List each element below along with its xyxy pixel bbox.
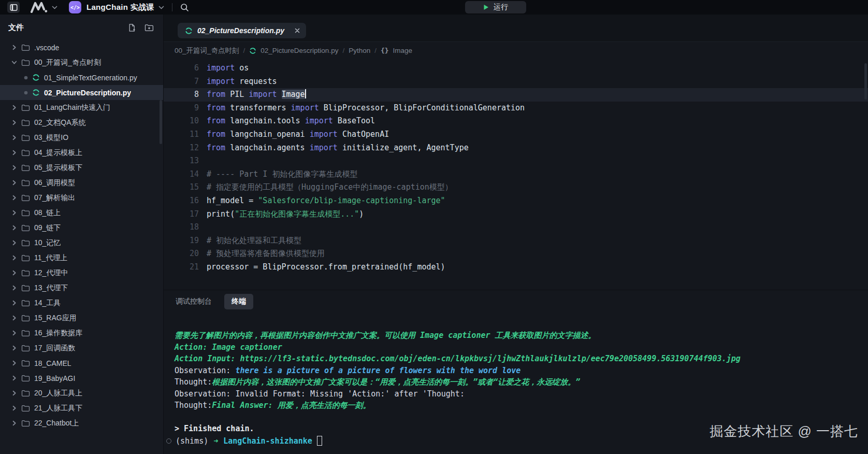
file-tree-item[interactable]: 09_链下 bbox=[0, 220, 163, 235]
search-button[interactable] bbox=[180, 3, 189, 12]
terminal-line: Thought:根据图片内容，这张图的中文推广文案可以是：“用爱，点亮生活的每一… bbox=[175, 376, 868, 388]
file-tree-item[interactable]: 01_SimpleTextGeneration.py bbox=[0, 70, 163, 85]
file-tree-item[interactable]: 02_PictureDescription.py bbox=[0, 85, 163, 100]
panel-tab-debug-console[interactable]: 调试控制台 bbox=[175, 294, 213, 309]
code-line[interactable]: 6import os bbox=[164, 62, 868, 75]
text-cursor bbox=[305, 89, 306, 98]
folder-icon bbox=[21, 119, 30, 126]
project-chevron-button[interactable] bbox=[158, 6, 164, 9]
code-line[interactable]: 17print("正在初始化图像字幕生成模型...") bbox=[164, 208, 868, 221]
chevron-right-icon bbox=[11, 330, 17, 336]
code-line-content: from transformers import BlipProcessor, … bbox=[199, 102, 525, 115]
code-line[interactable]: 18 bbox=[164, 221, 868, 234]
chevron-right-icon bbox=[11, 405, 17, 411]
terminal-line: 需要先了解图片的内容，再根据图片内容创作中文推广文案。可以使用 Image ca… bbox=[175, 330, 868, 342]
file-tree-item-label: 04_提示模板上 bbox=[34, 148, 82, 158]
file-tree-item[interactable]: 20_人脉工具上 bbox=[0, 386, 163, 401]
file-tree-item[interactable]: 05_提示模板下 bbox=[0, 160, 163, 175]
file-tree-item[interactable]: .vscode bbox=[0, 40, 163, 55]
code-line[interactable]: 19# 初始化处理器和工具模型 bbox=[164, 234, 868, 248]
file-tree-item[interactable]: 07_解析输出 bbox=[0, 190, 163, 205]
file-tree-item[interactable]: 10_记忆 bbox=[0, 235, 163, 250]
file-explorer-sidebar: 文件 .vscode00_开篇词_奇点时刻01_SimpleTextGenera… bbox=[0, 15, 163, 454]
folder-icon bbox=[21, 300, 30, 307]
file-tree-item[interactable]: 22_Chatbot上 bbox=[0, 416, 163, 431]
breadcrumb-separator: / bbox=[374, 47, 377, 54]
code-line-content: # ---- Part I 初始化图像字幕生成模型 bbox=[199, 168, 357, 181]
code-line[interactable]: 10from langchain.tools import BaseTool bbox=[164, 115, 868, 128]
breadcrumb-folder[interactable]: 00_开篇词_奇点时刻 bbox=[175, 46, 239, 55]
file-tree-item[interactable]: 04_提示模板上 bbox=[0, 145, 163, 160]
chevron-down-icon bbox=[158, 6, 164, 9]
terminal-line: Thought:Final Answer: 用爱，点亮生活的每一刻。 bbox=[175, 400, 868, 412]
panel-tab-terminal[interactable]: 终端 bbox=[224, 294, 253, 309]
code-line[interactable]: 14# ---- Part I 初始化图像字幕生成模型 bbox=[164, 168, 868, 181]
file-tree-item[interactable]: 17_回调函数 bbox=[0, 340, 163, 356]
explorer-title: 文件 bbox=[8, 23, 24, 33]
code-line-content: import requests bbox=[199, 75, 277, 89]
logo-chevron-button[interactable] bbox=[52, 6, 57, 9]
code-line[interactable]: 15# 指定要使用的工具模型（HuggingFace中的image-captio… bbox=[164, 181, 868, 194]
file-tree-item[interactable]: 11_代理上 bbox=[0, 250, 163, 265]
code-line[interactable]: 9from transformers import BlipProcessor,… bbox=[164, 102, 868, 115]
code-line[interactable]: 20# 预处理器将准备图像供模型使用 bbox=[164, 247, 868, 261]
file-tree-item[interactable]: 08_链上 bbox=[0, 205, 163, 220]
file-tree-item[interactable]: 21_人脉工具下 bbox=[0, 401, 163, 416]
code-line-content bbox=[199, 154, 207, 168]
file-tree-item[interactable]: 03_模型IO bbox=[0, 130, 163, 145]
terminal-line: Action Input: https://lf3-static.bytedns… bbox=[175, 353, 868, 365]
file-tree-item[interactable]: 02_文档QA系统 bbox=[0, 115, 163, 130]
chevron-right-icon bbox=[11, 375, 17, 381]
chevron-right-icon bbox=[11, 255, 17, 261]
code-line-content: from langchain.agents import initialize_… bbox=[199, 141, 469, 155]
sidebar-scrollbar[interactable] bbox=[160, 100, 162, 144]
code-line[interactable]: 13 bbox=[164, 154, 868, 168]
breadcrumb-language[interactable]: Python bbox=[349, 47, 370, 54]
file-tree-item[interactable]: 00_开篇词_奇点时刻 bbox=[0, 55, 163, 70]
project-title: LangChain 实战课 bbox=[86, 3, 154, 12]
breadcrumb-file[interactable]: 02_PictureDescription.py bbox=[261, 47, 338, 54]
file-tree-item-label: 18_CAMEL bbox=[34, 359, 71, 367]
folder-icon bbox=[21, 390, 30, 397]
chevron-right-icon bbox=[11, 225, 17, 231]
file-tree-item[interactable]: 13_代理下 bbox=[0, 280, 163, 295]
code-line[interactable]: 11from langchain_openai import ChatOpenA… bbox=[164, 128, 868, 141]
chevron-right-icon bbox=[11, 420, 17, 426]
code-line[interactable]: 16hf_model = "Salesforce/blip-image-capt… bbox=[164, 194, 868, 208]
code-line[interactable]: 21processor = BlipProcessor.from_pretrai… bbox=[164, 261, 868, 274]
folder-icon bbox=[21, 209, 30, 217]
new-folder-button[interactable] bbox=[144, 23, 154, 32]
editor-area: 02_PictureDescription.py 00_开篇词_奇点时刻 / 0… bbox=[163, 15, 868, 454]
file-tree-item[interactable]: 19_BabyAGI bbox=[0, 371, 163, 386]
file-tree-item[interactable]: 01_LangChain快速入门 bbox=[0, 100, 163, 115]
line-number: 6 bbox=[164, 62, 199, 75]
file-tree-item[interactable]: 14_工具 bbox=[0, 295, 163, 310]
chevron-right-icon bbox=[11, 195, 17, 201]
file-tree-item[interactable]: 15_RAG应用 bbox=[0, 310, 163, 325]
file-tree-item-label: 00_开篇词_奇点时刻 bbox=[34, 58, 101, 67]
editor-tab[interactable]: 02_PictureDescription.py bbox=[178, 23, 306, 38]
run-button[interactable]: 运行 bbox=[465, 1, 526, 13]
close-icon[interactable] bbox=[295, 28, 300, 33]
project-app-icon[interactable]: </> bbox=[69, 1, 81, 13]
editor-scrollbar[interactable] bbox=[864, 63, 867, 100]
code-editor[interactable]: 6import os7import requests8from PIL impo… bbox=[164, 59, 868, 290]
braces-icon: {} bbox=[381, 47, 389, 54]
file-tree-item-label: 08_链上 bbox=[34, 208, 61, 218]
code-line[interactable]: 8from PIL import Image bbox=[164, 88, 868, 102]
code-line[interactable]: 12from langchain.agents import initializ… bbox=[164, 141, 868, 155]
chevron-right-icon bbox=[11, 345, 17, 351]
file-tree-item[interactable]: 12_代理中 bbox=[0, 265, 163, 280]
sidebar-toggle-button[interactable] bbox=[7, 2, 20, 13]
file-tree-item[interactable]: 16_操作数据库 bbox=[0, 325, 163, 340]
marscode-logo[interactable] bbox=[30, 2, 48, 13]
file-tree-item[interactable]: 18_CAMEL bbox=[0, 356, 163, 371]
prompt-directory: LangChain-shizhanke bbox=[223, 436, 312, 446]
new-file-button[interactable] bbox=[128, 23, 136, 32]
file-tree-item[interactable]: 06_调用模型 bbox=[0, 175, 163, 190]
file-tree-item-label: 19_BabyAGI bbox=[34, 374, 75, 382]
breadcrumb-symbol[interactable]: Image bbox=[393, 47, 413, 54]
terminal-line bbox=[175, 412, 868, 423]
code-line[interactable]: 7import requests bbox=[164, 75, 868, 89]
chevron-right-icon bbox=[11, 300, 17, 306]
